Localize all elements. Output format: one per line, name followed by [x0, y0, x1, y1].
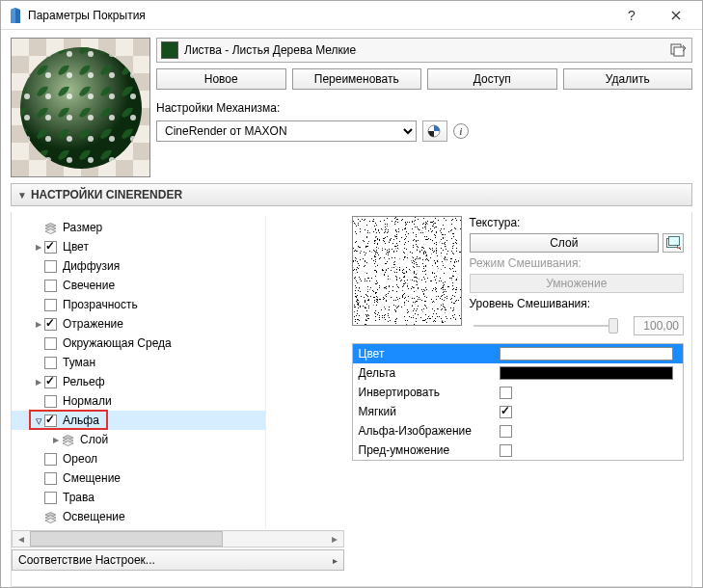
property-checkbox[interactable]	[500, 387, 512, 399]
tree-row-label: Освещение	[63, 510, 259, 523]
material-preview	[11, 38, 150, 177]
channel-checkbox[interactable]	[44, 337, 57, 350]
tree-row[interactable]: Прозрачность	[12, 295, 265, 314]
tree-row-label: Ореол	[63, 452, 259, 466]
property-name: Дельта	[359, 366, 494, 380]
texture-label: Текстура:	[470, 216, 685, 229]
tree-row[interactable]: Туман	[12, 353, 265, 372]
tree-row[interactable]: ▶Отражение	[12, 314, 265, 334]
channel-checkbox[interactable]	[44, 414, 57, 427]
property-name: Мягкий	[359, 405, 494, 418]
property-row[interactable]: Инвертировать	[353, 383, 684, 402]
texture-select-button[interactable]: Слой	[470, 233, 660, 253]
channel-tree[interactable]: Размер▶ЦветДиффузияСвечениеПрозрачность▶…	[12, 216, 266, 528]
tree-row[interactable]: Нормали	[12, 391, 265, 411]
texture-preview[interactable]	[352, 216, 462, 326]
tree-row-label: Нормали	[63, 394, 259, 408]
mix-level-input[interactable]	[634, 316, 684, 335]
info-icon[interactable]: i	[453, 123, 469, 139]
channel-checkbox[interactable]	[44, 376, 57, 388]
channel-checkbox[interactable]	[44, 472, 57, 485]
channel-checkbox[interactable]	[44, 453, 57, 466]
tree-row-label: Диффузия	[63, 259, 259, 273]
scrollbar-thumb[interactable]	[30, 531, 223, 547]
close-button[interactable]	[654, 1, 698, 30]
scroll-right-arrow[interactable]: ▸	[326, 531, 343, 547]
channel-checkbox[interactable]	[44, 241, 57, 254]
horizontal-scrollbar[interactable]: ◂ ▸	[12, 530, 344, 548]
new-button[interactable]: Новое	[156, 68, 286, 90]
svg-rect-14	[353, 217, 461, 325]
tree-row-label: Размер	[63, 221, 259, 234]
expander-icon[interactable]: ▶	[33, 320, 44, 329]
property-checkbox[interactable]	[500, 444, 512, 457]
tree-row[interactable]: ▶Цвет	[12, 237, 265, 256]
mix-level-slider[interactable]	[470, 316, 629, 335]
material-name-bar: Листва - Листья Дерева Мелкие	[156, 38, 692, 63]
tree-row[interactable]: Окружающая Среда	[12, 334, 265, 353]
texture-browse-button[interactable]	[662, 233, 684, 253]
channel-checkbox[interactable]	[44, 395, 57, 408]
layers-icon	[62, 434, 74, 446]
color-swatch[interactable]	[500, 347, 673, 361]
channel-checkbox[interactable]	[44, 260, 57, 273]
tree-row-label: Смещение	[63, 471, 259, 485]
section-title: НАСТРОЙКИ CINERENDER	[31, 188, 182, 201]
tree-row[interactable]: Размер	[12, 218, 265, 237]
tree-row[interactable]: Ореол	[12, 449, 265, 468]
engine-label: Настройки Механизма:	[156, 101, 692, 115]
property-name: Альфа-Изображение	[359, 424, 494, 438]
channel-checkbox[interactable]	[44, 318, 57, 331]
delete-button[interactable]: Удалить	[563, 68, 693, 90]
chevron-right-icon: ▸	[333, 555, 338, 566]
tree-row[interactable]: Освещение	[12, 507, 265, 526]
channel-checkbox[interactable]	[44, 299, 57, 311]
property-row[interactable]: Альфа-Изображение	[353, 421, 684, 441]
material-color-swatch[interactable]	[161, 41, 178, 59]
tree-row-label: Отражение	[63, 317, 259, 331]
channel-checkbox[interactable]	[44, 280, 57, 292]
property-name: Инвертировать	[359, 386, 494, 399]
property-row[interactable]: Цвет	[353, 344, 684, 363]
property-row[interactable]: Мягкий	[353, 402, 684, 421]
tree-row[interactable]: Свечение	[12, 276, 265, 295]
access-button[interactable]: Доступ	[427, 68, 557, 90]
tree-row[interactable]: ▿Альфа	[12, 411, 265, 430]
mix-mode-button: Умножение	[470, 274, 685, 293]
layers-icon	[44, 222, 57, 234]
tree-row[interactable]: Диффузия	[12, 256, 265, 276]
scroll-left-arrow[interactable]: ◂	[13, 531, 30, 547]
rename-button[interactable]: Переименовать	[292, 68, 422, 90]
expander-icon[interactable]: ▶	[50, 436, 62, 444]
section-header[interactable]: ▼ НАСТРОЙКИ CINERENDER	[11, 183, 692, 206]
property-row[interactable]: Дельта	[353, 363, 684, 383]
help-button[interactable]: ?	[609, 1, 654, 30]
chevron-down-icon: ▼	[17, 190, 27, 200]
expander-icon[interactable]: ▿	[33, 414, 44, 428]
expander-icon[interactable]: ▶	[33, 378, 44, 387]
property-checkbox[interactable]	[500, 406, 512, 418]
svg-rect-11	[674, 47, 684, 56]
slider-thumb[interactable]	[608, 318, 618, 334]
expander-icon[interactable]: ▶	[33, 243, 44, 252]
svg-point-9	[20, 47, 142, 169]
layers-icon	[44, 511, 57, 523]
tree-row[interactable]: ▶Рельеф	[12, 372, 265, 391]
tree-row[interactable]: Трава	[12, 488, 265, 507]
svg-marker-1	[11, 8, 15, 23]
material-menu-button[interactable]	[668, 41, 688, 59]
mix-level-label: Уровень Смешивания:	[470, 297, 685, 310]
engine-select[interactable]: CineRender от MAXON	[156, 120, 417, 142]
cinerender-icon-button[interactable]	[422, 120, 447, 142]
channel-checkbox[interactable]	[44, 357, 57, 369]
tree-row[interactable]: Смещение	[12, 468, 265, 488]
property-row[interactable]: Пред-умножение	[353, 441, 684, 460]
channel-checkbox[interactable]	[44, 492, 57, 504]
property-checkbox[interactable]	[500, 425, 512, 438]
tree-row-label: Рельеф	[63, 375, 259, 388]
color-swatch[interactable]	[500, 366, 673, 380]
tree-row[interactable]: ▶Слой	[12, 430, 265, 449]
tree-row-label: Цвет	[63, 240, 259, 254]
property-name: Пред-умножение	[359, 443, 494, 457]
settings-match-button[interactable]: Соответствие Настроек... ▸	[12, 549, 344, 571]
